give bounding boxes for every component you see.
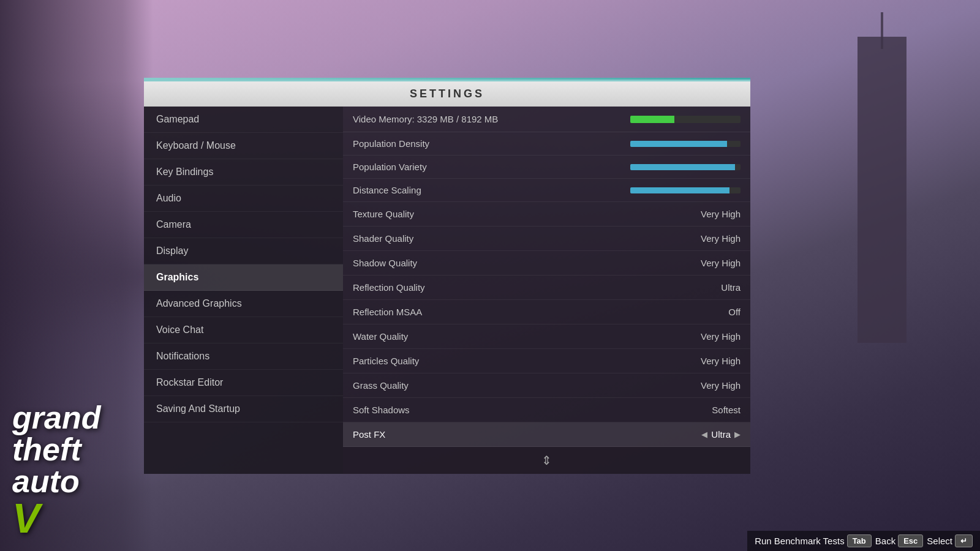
right-arrow-icon[interactable]: ▶ [734, 430, 741, 439]
enter-key-badge: ↵ [955, 534, 973, 547]
left-arrow-icon[interactable]: ◀ [701, 430, 707, 439]
shader-quality-row[interactable]: Shader Quality Very High [343, 227, 750, 251]
reflection-msaa-row[interactable]: Reflection MSAA Off [343, 300, 750, 324]
population-variety-label: Population Variety [353, 162, 630, 172]
tower-decoration [858, 37, 907, 343]
soft-shadows-label: Soft Shadows [353, 405, 712, 415]
video-memory-row: Video Memory: 3329 MB / 8192 MB [343, 107, 750, 132]
memory-bar-fill [630, 116, 674, 123]
sidebar-item-keyboard-mouse[interactable]: Keyboard / Mouse [144, 133, 343, 159]
distance-scaling-slider[interactable] [630, 187, 741, 193]
top-accent [144, 78, 750, 80]
post-fx-row[interactable]: Post FX ◀ Ultra ▶ [343, 422, 750, 447]
gta-v-letter: V [12, 495, 40, 541]
sidebar-item-audio[interactable]: Audio [144, 186, 343, 212]
shader-quality-value: Very High [701, 233, 741, 244]
sidebar-item-gamepad[interactable]: Gamepad [144, 107, 343, 133]
run-benchmark-action[interactable]: Run Benchmark Tests Tab [755, 534, 872, 547]
sidebar-item-graphics[interactable]: Graphics [144, 264, 343, 291]
sidebar-item-notifications[interactable]: Notifications [144, 343, 343, 370]
back-label: Back [875, 536, 895, 546]
shadow-quality-row[interactable]: Shadow Quality Very High [343, 251, 750, 276]
soft-shadows-value: Softest [712, 405, 741, 415]
soft-shadows-row[interactable]: Soft Shadows Softest [343, 398, 750, 422]
settings-header: SETTINGS [144, 80, 750, 107]
particles-quality-value: Very High [701, 356, 741, 366]
population-variety-slider[interactable] [630, 164, 741, 170]
run-benchmark-label: Run Benchmark Tests [755, 536, 844, 546]
post-fx-value: ◀ Ultra ▶ [701, 429, 741, 440]
water-quality-row[interactable]: Water Quality Very High [343, 324, 750, 349]
settings-body: Gamepad Keyboard / Mouse Key Bindings Au… [144, 107, 750, 474]
water-quality-label: Water Quality [353, 331, 701, 342]
shadow-quality-label: Shadow Quality [353, 258, 701, 268]
reflection-msaa-value: Off [728, 307, 741, 317]
video-memory-label: Video Memory: 3329 MB / 8192 MB [353, 114, 630, 124]
gta-text: grandtheftauto [12, 402, 100, 497]
scroll-indicator[interactable]: ⇕ [343, 447, 750, 474]
bottom-bar: Run Benchmark Tests Tab Back Esc Select … [747, 531, 980, 551]
shader-quality-label: Shader Quality [353, 233, 701, 244]
sidebar: Gamepad Keyboard / Mouse Key Bindings Au… [144, 107, 343, 474]
sidebar-item-rockstar-editor[interactable]: Rockstar Editor [144, 370, 343, 396]
particles-quality-row[interactable]: Particles Quality Very High [343, 349, 750, 373]
post-fx-label: Post FX [353, 429, 701, 440]
water-quality-value: Very High [701, 331, 741, 342]
memory-bar [630, 116, 741, 123]
grass-quality-row[interactable]: Grass Quality Very High [343, 373, 750, 398]
distance-scaling-label: Distance Scaling [353, 185, 630, 195]
texture-quality-value: Very High [701, 209, 741, 219]
post-fx-value-text: Ultra [711, 429, 731, 440]
reflection-msaa-label: Reflection MSAA [353, 307, 728, 317]
back-action[interactable]: Back Esc [875, 534, 924, 547]
esc-key-badge: Esc [898, 534, 923, 547]
tab-key-badge: Tab [847, 534, 872, 547]
sidebar-item-display[interactable]: Display [144, 238, 343, 264]
population-density-label: Population Density [353, 138, 630, 149]
sidebar-item-saving-startup[interactable]: Saving And Startup [144, 396, 343, 422]
scroll-arrows-icon: ⇕ [541, 453, 552, 468]
reflection-quality-value: Ultra [721, 282, 741, 293]
texture-quality-row[interactable]: Texture Quality Very High [343, 202, 750, 227]
reflection-quality-label: Reflection Quality [353, 282, 721, 293]
grass-quality-value: Very High [701, 380, 741, 391]
grass-quality-label: Grass Quality [353, 380, 701, 391]
population-density-fill [630, 141, 727, 147]
sidebar-item-voice-chat[interactable]: Voice Chat [144, 317, 343, 343]
shadow-quality-value: Very High [701, 258, 741, 268]
texture-quality-label: Texture Quality [353, 209, 701, 219]
reflection-quality-row[interactable]: Reflection Quality Ultra [343, 276, 750, 300]
distance-scaling-row[interactable]: Distance Scaling [343, 179, 750, 202]
population-variety-fill [630, 164, 735, 170]
select-action[interactable]: Select ↵ [927, 534, 973, 547]
population-variety-row[interactable]: Population Variety [343, 156, 750, 179]
settings-panel: SETTINGS Gamepad Keyboard / Mouse Key Bi… [144, 80, 750, 474]
settings-title: SETTINGS [410, 88, 484, 100]
content-area: Video Memory: 3329 MB / 8192 MB Populati… [343, 107, 750, 474]
sidebar-item-camera[interactable]: Camera [144, 212, 343, 238]
population-density-slider[interactable] [630, 141, 741, 147]
sidebar-item-key-bindings[interactable]: Key Bindings [144, 159, 343, 186]
select-label: Select [927, 536, 952, 546]
particles-quality-label: Particles Quality [353, 356, 701, 366]
gta-logo: grandtheftauto V [12, 402, 100, 539]
distance-scaling-fill [630, 187, 729, 193]
sidebar-item-advanced-graphics[interactable]: Advanced Graphics [144, 291, 343, 317]
population-density-row[interactable]: Population Density [343, 132, 750, 156]
